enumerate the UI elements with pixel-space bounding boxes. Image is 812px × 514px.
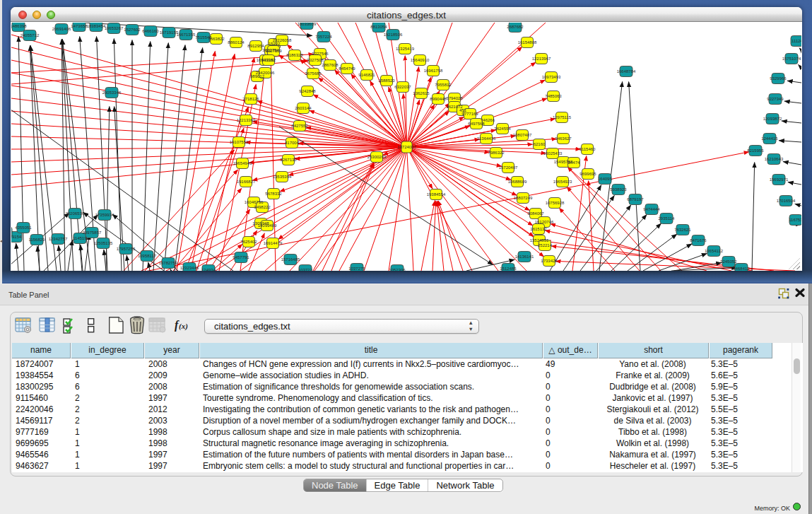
svg-text:20206536: 20206536	[66, 211, 85, 216]
svg-text:9115460: 9115460	[579, 147, 596, 151]
svg-text:16210643: 16210643	[765, 157, 784, 161]
svg-text:7955812: 7955812	[435, 83, 452, 87]
svg-text:9329966: 9329966	[770, 76, 787, 81]
svg-text:9146821: 9146821	[358, 73, 375, 77]
svg-text:17016504: 17016504	[777, 199, 796, 203]
svg-text:15692971: 15692971	[770, 177, 789, 182]
svg-text:10756928: 10756928	[546, 201, 565, 205]
svg-text:17957255: 17957255	[117, 247, 136, 251]
svg-text:6879197: 6879197	[627, 197, 644, 201]
svg-text:8186328: 8186328	[286, 53, 303, 57]
svg-text:1615132: 1615132	[530, 227, 547, 231]
svg-text:15751074: 15751074	[782, 57, 801, 61]
svg-text:433192: 433192	[261, 58, 276, 62]
svg-text:18724007: 18724007	[397, 145, 416, 149]
svg-text:16046736: 16046736	[245, 200, 264, 204]
svg-text:7485063: 7485063	[545, 94, 562, 98]
svg-text:20691406: 20691406	[52, 27, 71, 31]
svg-text:9474444: 9474444	[643, 207, 660, 211]
svg-text:12213967: 12213967	[532, 57, 551, 61]
svg-text:9327509: 9327509	[265, 49, 282, 53]
svg-text:12505135: 12505135	[94, 241, 113, 245]
svg-text:16782759: 16782759	[159, 261, 178, 265]
svg-text:3498222: 3498222	[254, 205, 271, 209]
svg-text:1052306: 1052306	[389, 268, 406, 271]
svg-text:6794028: 6794028	[446, 96, 463, 100]
svg-text:5938923: 5938923	[610, 187, 627, 192]
svg-text:9327508: 9327508	[307, 58, 324, 62]
svg-text:10958117: 10958117	[138, 254, 157, 258]
svg-text:1733426: 1733426	[541, 259, 558, 263]
svg-text:417004: 417004	[285, 141, 300, 145]
svg-text:16961758: 16961758	[424, 69, 443, 73]
svg-text:10973493: 10973493	[542, 75, 561, 79]
svg-text:12213369: 12213369	[237, 118, 256, 122]
svg-text:12342757: 12342757	[49, 237, 68, 241]
svg-text:2935114: 2935114	[659, 216, 676, 221]
svg-text:9327546: 9327546	[312, 52, 329, 56]
svg-text:3675685: 3675685	[305, 71, 322, 76]
svg-text:25300203: 25300203	[367, 155, 387, 159]
svg-text:2603144: 2603144	[295, 106, 312, 110]
svg-text:9468412: 9468412	[733, 267, 750, 271]
svg-text:8427552: 8427552	[291, 124, 308, 128]
svg-text:15716485: 15716485	[281, 257, 300, 262]
svg-text:1512485: 1512485	[500, 267, 517, 271]
svg-text:84474: 84474	[568, 160, 580, 165]
svg-text:7357224: 7357224	[315, 35, 332, 39]
svg-text:12975115: 12975115	[553, 115, 572, 119]
svg-text:18807249: 18807249	[514, 196, 533, 200]
svg-text:9463627: 9463627	[555, 136, 572, 141]
svg-text:10688609: 10688609	[508, 180, 527, 184]
svg-text:5678332: 5678332	[265, 192, 282, 196]
svg-text:10033609: 10033609	[298, 23, 317, 26]
svg-text:23226058: 23226058	[273, 38, 292, 42]
svg-text:15720407: 15720407	[499, 165, 518, 170]
svg-text:1588520: 1588520	[378, 78, 395, 83]
svg-text:19654943: 19654943	[233, 161, 252, 165]
svg-text:19218506: 19218506	[384, 33, 403, 37]
svg-text:21364436: 21364436	[477, 136, 496, 141]
svg-text:7632621: 7632621	[674, 228, 691, 232]
svg-text:8813054: 8813054	[370, 25, 387, 29]
svg-text:14099489: 14099489	[258, 223, 277, 228]
svg-text:8990448: 8990448	[430, 97, 447, 101]
svg-text:6322037: 6322037	[394, 85, 411, 89]
svg-text:10807487: 10807487	[513, 133, 532, 137]
svg-text:62160: 62160	[534, 142, 546, 146]
svg-text:3624554: 3624554	[494, 127, 511, 131]
svg-text:24055712: 24055712	[20, 33, 40, 37]
svg-text:3267130: 3267130	[280, 158, 297, 162]
svg-text:19384554: 19384554	[427, 192, 446, 197]
svg-text:11124: 11124	[792, 39, 801, 43]
svg-text:2718126: 2718126	[242, 97, 259, 101]
svg-text:8860124: 8860124	[228, 40, 245, 45]
svg-text:9777169: 9777169	[461, 112, 478, 116]
svg-text:20053346: 20053346	[102, 90, 122, 95]
svg-text:8215955: 8215955	[747, 148, 764, 153]
svg-text:9242848: 9242848	[299, 89, 316, 93]
svg-text:9457791: 9457791	[233, 255, 249, 259]
svg-text:1473658: 1473658	[71, 24, 88, 28]
svg-text:8471676: 8471676	[690, 238, 707, 243]
svg-text:1362615: 1362615	[413, 91, 430, 95]
svg-text:6466160: 6466160	[142, 29, 159, 33]
svg-text:13524851: 13524851	[530, 238, 549, 243]
svg-text:10653267: 10653267	[105, 26, 124, 30]
svg-text:2867608: 2867608	[322, 63, 339, 67]
svg-text:9084067: 9084067	[527, 211, 544, 216]
svg-text:19107552: 19107552	[230, 140, 249, 144]
svg-text:15640910: 15640910	[411, 58, 430, 62]
svg-text:17359934: 17359934	[95, 213, 114, 217]
svg-text:9699695: 9699695	[579, 172, 596, 176]
svg-text:19166827: 19166827	[237, 180, 256, 184]
svg-text:7663822: 7663822	[208, 37, 225, 41]
svg-text:9227349: 9227349	[767, 97, 784, 101]
svg-text:164095: 164095	[598, 177, 613, 181]
svg-text:(x): (x)	[179, 322, 188, 331]
svg-text:1486398: 1486398	[11, 24, 27, 28]
svg-text:16671355: 16671355	[177, 33, 196, 37]
svg-text:10025433: 10025433	[543, 151, 563, 156]
svg-text:114519: 114519	[73, 236, 87, 240]
svg-text:16154808: 16154808	[518, 40, 537, 45]
